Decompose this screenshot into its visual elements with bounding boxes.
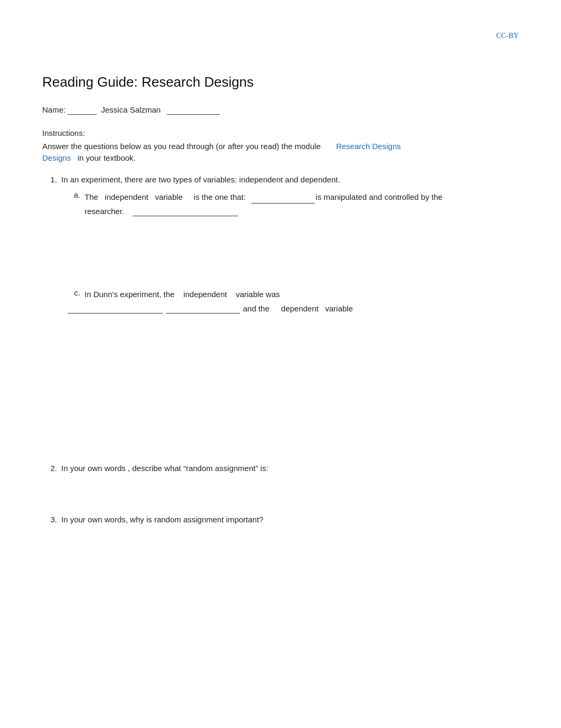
name-label: Name: — [42, 105, 66, 114]
name-underline-blank — [68, 105, 97, 115]
q2-number: 2. — [42, 464, 57, 473]
q1-sub-items: a. The independent variable is the one t… — [68, 190, 519, 314]
q3-row: 3. In your own words, why is random assi… — [42, 515, 519, 524]
questions-section: 1. In an experiment, there are two types… — [42, 175, 519, 524]
instructions-text: Answer the questions below as you read t… — [42, 142, 321, 151]
q2-row: 2. In your own words , describe what “ra… — [42, 464, 519, 473]
q1-sub-a-text: The independent variable is the one that… — [85, 190, 519, 204]
q1-sub-a-row: a. The independent variable is the one t… — [68, 190, 519, 204]
question-3: 3. In your own words, why is random assi… — [42, 515, 519, 524]
spacer-q1-q2b — [42, 390, 519, 453]
researcher-blank — [133, 207, 238, 216]
question-1-row: 1. In an experiment, there are two types… — [42, 175, 519, 184]
q1-sub-a: a. The independent variable is the one t… — [68, 190, 519, 216]
q1-text: In an experiment, there are two types of… — [61, 175, 519, 184]
name-line: Name: Jessica Salzman — [42, 105, 519, 115]
q1-sub-c-answer: and the dependent variable — [68, 304, 519, 314]
q3-number: 3. — [42, 515, 57, 524]
research-designs-link[interactable]: Research Designs — [336, 142, 401, 151]
q1-sub-c-text: In Dunn's experiment, the independent va… — [85, 288, 519, 301]
name-extra-blank — [167, 105, 220, 115]
cc-by-link[interactable]: CC-BY — [496, 32, 519, 40]
question-1: 1. In an experiment, there are two types… — [42, 175, 519, 314]
name-value: Jessica Salzman — [101, 105, 161, 114]
q1-sub-c-label: c. — [68, 288, 80, 297]
spacer-q1-q2 — [42, 326, 519, 390]
q1-sub-c: c. In Dunn's experiment, the independent… — [68, 288, 519, 314]
c-dependent: dependent variable — [281, 304, 353, 313]
researcher-line: researcher. — [85, 207, 519, 216]
q1-sub-c-row: c. In Dunn's experiment, the independent… — [68, 288, 519, 301]
c-blank-2 — [166, 304, 240, 314]
question-2: 2. In your own words , describe what “ra… — [42, 464, 519, 473]
instructions-after-link: in your textbook. — [73, 153, 135, 162]
researcher-label: researcher. — [85, 207, 124, 216]
q3-text: In your own words, why is random assignm… — [61, 515, 519, 524]
q1-number: 1. — [42, 175, 57, 184]
c-and-the: and the — [243, 304, 269, 313]
q2-text: In your own words , describe what “rando… — [61, 464, 519, 473]
instructions-label: Instructions: — [42, 127, 519, 140]
q1-sub-a-label: a. — [68, 190, 80, 199]
page-container: CC-BY Reading Guide: Research Designs Na… — [0, 0, 561, 556]
page-title: Reading Guide: Research Designs — [42, 74, 519, 90]
instructions-block: Instructions: Answer the questions below… — [42, 127, 519, 164]
designs-link-continuation[interactable]: Designs — [42, 153, 71, 162]
blank-a1 — [251, 190, 315, 204]
c-blank-1 — [68, 304, 163, 314]
spacer-between-a-c — [68, 225, 519, 288]
